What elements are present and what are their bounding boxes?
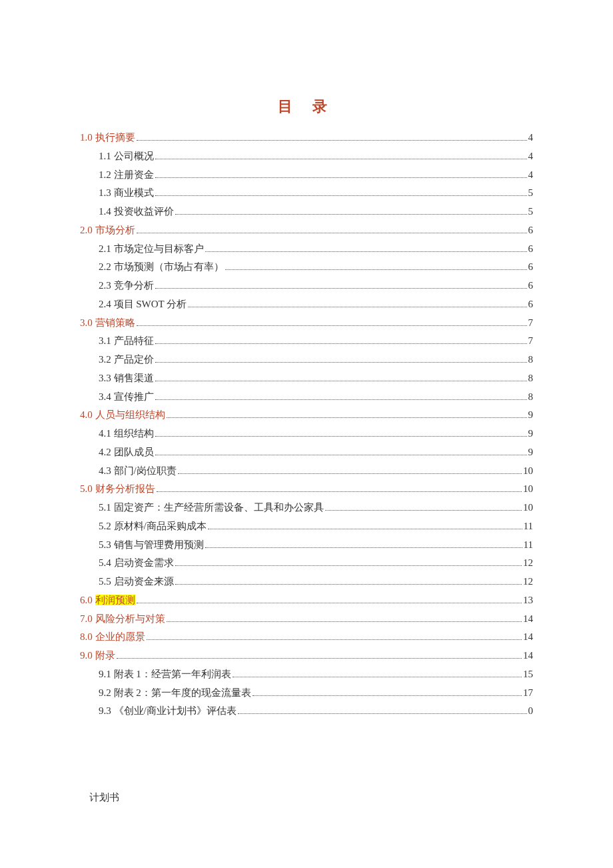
toc-entry: 4.0 人员与组织结构 9 — [80, 406, 533, 425]
toc-subsection-label: 2.1 市场定位与目标客户 — [99, 240, 204, 259]
toc-page-number: 6 — [528, 295, 534, 314]
toc-leader-dots — [155, 195, 527, 196]
toc-entry: 4.3 部门/岗位职责 10 — [80, 462, 533, 481]
toc-entry: 1.1 公司概况4 — [80, 147, 533, 166]
toc-page-number: 15 — [523, 665, 533, 684]
toc-entry: 5.0 财务分析报告 10 — [80, 480, 533, 499]
toc-subsection-label: 2.4 项目 SWOT 分析 — [99, 295, 187, 314]
toc-leader-dots — [188, 307, 526, 307]
toc-page-number: 8 — [528, 351, 534, 369]
toc-page-number: 4 — [528, 147, 534, 166]
toc-entry: 5.5 启动资金来源 12 — [80, 573, 533, 591]
toc-page-number: 6 — [528, 221, 534, 240]
toc-section-label: 6.0 利润预测 — [80, 591, 135, 610]
toc-entry: 9.0 附录14 — [80, 647, 533, 665]
toc-leader-dots — [325, 510, 522, 511]
toc-subsection-label: 1.4 投资收益评价 — [99, 203, 174, 221]
toc-page-number: 12 — [523, 554, 533, 573]
toc-entry: 1.0 执行摘要4 — [80, 129, 533, 147]
toc-entry: 1.4 投资收益评价5 — [80, 203, 533, 221]
toc-entry: 4.1 组织结构9 — [80, 425, 533, 443]
toc-leader-dots — [253, 695, 522, 696]
toc-leader-dots — [137, 233, 527, 233]
toc-leader-dots — [175, 584, 522, 585]
toc-subsection-label: 3.2 产品定价 — [99, 351, 154, 369]
toc-page-number: 10 — [523, 462, 533, 481]
toc-leader-dots — [205, 547, 522, 548]
toc-entry: 7.0 风险分析与对策14 — [80, 610, 533, 629]
toc-page-number: 11 — [524, 517, 533, 536]
toc-subsection-label: 3.1 产品特征 — [99, 332, 154, 351]
toc-subsection-label: 9.3 《创业/商业计划书》评估表 — [99, 702, 237, 721]
toc-entry: 5.3 销售与管理费用预测11 — [80, 536, 533, 555]
toc-leader-dots — [175, 214, 527, 215]
toc-entry: 2.1 市场定位与目标客户 6 — [80, 240, 533, 259]
toc-entry: 3.2 产品定价8 — [80, 351, 533, 369]
toc-subsection-label: 4.2 团队成员 — [99, 443, 154, 462]
toc-leader-dots — [147, 639, 522, 640]
toc-entry: 9.2 附表 2：第一年度的现金流量表17 — [80, 684, 533, 703]
toc-leader-dots — [178, 473, 522, 474]
toc-leader-dots — [175, 565, 522, 566]
toc-page-number: 13 — [523, 591, 533, 610]
toc-page-number: 7 — [528, 332, 534, 351]
toc-leader-dots — [155, 343, 527, 344]
toc-subsection-label: 9.1 附表 1：经营第一年利润表 — [99, 665, 231, 684]
toc-subsection-label: 5.5 启动资金来源 — [99, 573, 174, 591]
toc-page-number: 10 — [523, 499, 533, 517]
toc-leader-dots — [137, 140, 527, 141]
toc-entry: 4.2 团队成员 9 — [80, 443, 533, 462]
toc-entry: 5.1 固定资产：生产经营所需设备、工具和办公家具10 — [80, 499, 533, 517]
toc-entry: 2.3 竞争分析 6 — [80, 277, 533, 295]
toc-subsection-label: 4.3 部门/岗位职责 — [99, 462, 177, 481]
toc-subsection-label: 3.3 销售渠道 — [99, 369, 154, 388]
toc-page-number: 4 — [528, 129, 534, 147]
toc-page-number: 6 — [528, 258, 534, 277]
toc-section-label: 3.0 营销策略 — [80, 314, 135, 333]
toc-page-number: 9 — [528, 443, 534, 462]
toc-subsection-label: 5.3 销售与管理费用预测 — [99, 536, 204, 555]
toc-entry: 3.0 营销策略7 — [80, 314, 533, 333]
toc-subsection-label: 1.3 商业模式 — [99, 184, 154, 203]
toc-leader-dots — [137, 325, 527, 326]
toc-leader-dots — [205, 251, 527, 252]
toc-entry: 1.2 注册资金4 — [80, 166, 533, 185]
toc-page-number: 8 — [528, 388, 534, 407]
toc-leader-dots — [155, 159, 527, 159]
toc-page-number: 6 — [528, 277, 534, 295]
toc-subsection-label: 4.1 组织结构 — [99, 425, 154, 443]
toc-section-label: 5.0 财务分析报告 — [80, 480, 155, 499]
toc-entry: 6.0 利润预测 13 — [80, 591, 533, 610]
toc-leader-dots — [137, 603, 522, 603]
toc-section-label: 9.0 附录 — [80, 647, 115, 665]
toc-leader-dots — [155, 362, 527, 363]
highlight-text: 利润预测 — [95, 595, 135, 605]
toc-container: 1.0 执行摘要41.1 公司概况41.2 注册资金41.3 商业模式51.4 … — [80, 129, 533, 721]
toc-entry: 9.1 附表 1：经营第一年利润表 15 — [80, 665, 533, 684]
toc-subsection-label: 2.3 竞争分析 — [99, 277, 154, 295]
toc-page-number: 14 — [523, 610, 533, 629]
toc-leader-dots — [155, 455, 527, 455]
document-page: 目 录 1.0 执行摘要41.1 公司概况41.2 注册资金41.3 商业模式5… — [0, 0, 613, 721]
toc-leader-dots — [155, 288, 527, 289]
toc-leader-dots — [157, 491, 522, 492]
toc-leader-dots — [155, 381, 527, 381]
toc-page-number: 8 — [528, 369, 534, 388]
toc-entry: 2.0 市场分析6 — [80, 221, 533, 240]
toc-subsection-label: 5.2 原材料/商品采购成本 — [99, 517, 207, 536]
toc-subsection-label: 3.4 宣传推广 — [99, 388, 154, 407]
toc-page-number: 4 — [528, 166, 534, 185]
toc-page-number: 6 — [528, 240, 534, 259]
toc-subsection-label: 5.1 固定资产：生产经营所需设备、工具和办公家具 — [99, 499, 324, 517]
toc-page-number: 5 — [528, 184, 534, 203]
toc-page-number: 0 — [528, 702, 534, 721]
toc-page-number: 9 — [528, 425, 534, 443]
toc-entry: 8.0 企业的愿景14 — [80, 628, 533, 647]
toc-entry: 2.4 项目 SWOT 分析6 — [80, 295, 533, 314]
toc-leader-dots — [208, 529, 522, 529]
toc-title: 目 录 — [80, 97, 533, 117]
toc-subsection-label: 1.2 注册资金 — [99, 166, 154, 185]
toc-subsection-label: 1.1 公司概况 — [99, 147, 154, 166]
toc-leader-dots — [155, 177, 527, 178]
toc-page-number: 9 — [528, 406, 534, 425]
